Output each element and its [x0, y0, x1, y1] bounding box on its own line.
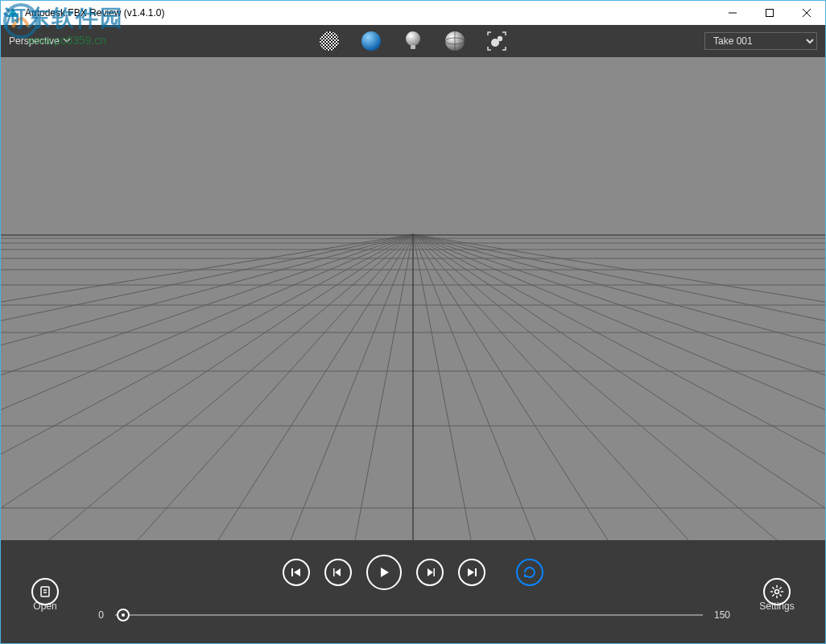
viewport-grid — [1, 57, 825, 540]
step-back-button[interactable] — [324, 559, 352, 586]
shaded-mode-button[interactable] — [359, 29, 383, 53]
maximize-button[interactable] — [751, 1, 788, 25]
chevron-down-icon — [63, 35, 71, 47]
go-to-start-button[interactable] — [283, 559, 310, 586]
window-title: Autodesk FBX Review (v1.4.1.0) — [25, 7, 164, 19]
svg-rect-65 — [475, 568, 477, 576]
shading-mode-row — [317, 29, 509, 53]
svg-point-69 — [775, 590, 779, 594]
viewport-3d[interactable] — [1, 57, 825, 540]
view-mode-dropdown[interactable]: Perspective — [9, 35, 71, 47]
svg-point-9 — [320, 31, 339, 51]
lighting-mode-button[interactable] — [401, 29, 425, 53]
play-button[interactable] — [366, 555, 402, 590]
close-button[interactable] — [788, 1, 825, 25]
view-mode-label: Perspective — [9, 35, 60, 47]
svg-point-17 — [498, 36, 502, 41]
svg-marker-62 — [427, 568, 433, 576]
svg-rect-1 — [766, 10, 774, 17]
frame-selection-button[interactable] — [485, 29, 509, 53]
svg-rect-66 — [41, 587, 49, 597]
bottom-controls: Open 0 150 Settings — [1, 540, 825, 644]
take-select[interactable]: Take 001 — [704, 32, 817, 50]
loop-button[interactable] — [516, 559, 543, 586]
svg-line-77 — [773, 595, 774, 596]
frame-start-label: 0 — [76, 609, 104, 621]
app-icon — [6, 6, 20, 20]
svg-marker-58 — [294, 568, 300, 576]
window-titlebar: Autodesk FBX Review (v1.4.1.0) — [1, 1, 825, 25]
svg-marker-61 — [381, 568, 389, 577]
settings-button[interactable] — [763, 578, 791, 605]
open-file-button[interactable] — [31, 578, 59, 605]
svg-line-76 — [780, 588, 781, 588]
svg-marker-59 — [335, 568, 341, 576]
svg-point-10 — [361, 31, 381, 51]
svg-point-11 — [406, 31, 420, 46]
frame-end-label: 150 — [714, 609, 741, 621]
step-forward-button[interactable] — [416, 559, 444, 586]
timeline-thumb[interactable] — [117, 609, 130, 621]
svg-rect-63 — [434, 568, 436, 576]
timeline-slider[interactable] — [115, 614, 703, 616]
svg-line-75 — [780, 595, 781, 596]
go-to-end-button[interactable] — [458, 559, 485, 586]
playback-row — [1, 550, 825, 595]
timeline-row: Open 0 150 Settings — [1, 595, 825, 635]
top-toolbar: Perspective — [1, 25, 825, 57]
svg-marker-64 — [468, 568, 474, 576]
minimize-button[interactable] — [714, 1, 751, 25]
wireframe-mode-button[interactable] — [317, 29, 341, 53]
svg-rect-12 — [411, 45, 415, 49]
svg-rect-57 — [291, 568, 293, 576]
svg-rect-60 — [333, 568, 335, 576]
svg-line-74 — [773, 588, 774, 588]
xray-mode-button[interactable] — [443, 29, 467, 53]
